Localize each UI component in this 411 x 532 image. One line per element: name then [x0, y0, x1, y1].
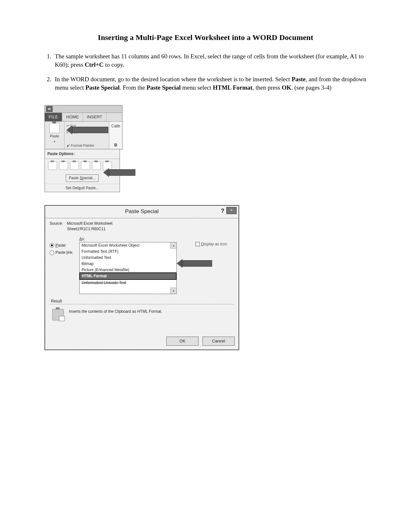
paste-option-icon[interactable] [92, 162, 101, 170]
help-button[interactable]: ? [221, 207, 224, 215]
scroll-up-icon[interactable]: ▴ [170, 242, 176, 249]
list-item[interactable]: Unformatted Text [80, 255, 176, 261]
paste-option-icon[interactable] [59, 162, 68, 170]
word-logo-icon: W [46, 106, 53, 112]
list-item[interactable]: Microsoft Excel Worksheet Object [80, 242, 176, 249]
close-button[interactable]: × [226, 207, 237, 214]
clipboard-result-icon [52, 309, 64, 320]
tab-home[interactable]: HOME [62, 113, 83, 121]
page-title: Inserting a Multi-Page Excel Worksheet i… [42, 32, 369, 43]
list-item-selected[interactable]: HTML Format [79, 272, 177, 280]
cancel-button[interactable]: Cancel [202, 337, 235, 346]
radio-paste[interactable]: Paste: [50, 243, 77, 248]
callout-arrow-icon [103, 169, 135, 176]
paste-options-header: Paste Options: [45, 149, 120, 159]
chevron-down-icon: ▾ [54, 140, 55, 143]
font-name-field[interactable]: Calib [109, 122, 122, 129]
format-painter-button[interactable]: 🖌 Format Painter [66, 143, 94, 148]
tab-insert[interactable]: INSERT [83, 113, 106, 121]
list-item[interactable]: Unformatted Unicode Text [80, 280, 176, 286]
checkbox-icon[interactable] [195, 242, 200, 246]
dialog-title: Paste Special [125, 208, 159, 214]
display-as-icon-label: Display as icon [201, 242, 227, 246]
paste-option-icon[interactable] [70, 162, 79, 170]
paste-button[interactable]: Paste ▾ [45, 122, 64, 149]
tab-file[interactable]: FILE [45, 113, 62, 121]
ok-button[interactable]: OK [166, 337, 199, 346]
ribbon-screenshot: W FILE HOME INSERT Paste ▾ ✂ Cut ⎘ Copy … [44, 105, 135, 192]
callout-arrow-icon [177, 260, 212, 267]
clipboard-icon [49, 123, 60, 133]
paste-special-menuitem[interactable]: Paste Special... [66, 174, 98, 182]
step-2: In the WORD document, go to the desired … [53, 75, 369, 92]
list-item[interactable]: Picture (Enhanced Metafile) [80, 267, 176, 273]
paste-label: Paste [45, 134, 64, 139]
paste-special-dialog: Paste Special ? × Source: Microsoft Exce… [44, 205, 239, 350]
result-label: Result [50, 299, 63, 304]
radio-icon [50, 243, 54, 248]
result-text: Inserts the contents of the Clipboard as… [69, 309, 162, 314]
list-item[interactable]: Formatted Text (RTF) [80, 249, 176, 255]
paste-special-dialog-screenshot: Paste Special ? × Source: Microsoft Exce… [44, 205, 241, 350]
steps-list: The sample worksheet has 11 columns and … [42, 52, 369, 92]
set-default-paste-menuitem[interactable]: Set Default Paste... [45, 184, 120, 192]
font-group: Calib B [109, 122, 122, 149]
source-info: Source: Microsoft Excel Worksheet Sheet1… [50, 221, 234, 232]
scroll-down-icon[interactable]: ▾ [170, 288, 176, 294]
radio-paste-link[interactable]: Paste link: [50, 250, 77, 255]
list-item[interactable]: Bitmap [80, 261, 176, 267]
step-1: The sample worksheet has 11 columns and … [53, 52, 369, 69]
bold-button[interactable]: B [109, 142, 122, 148]
callout-arrow-icon [66, 126, 108, 133]
radio-icon [50, 251, 54, 255]
paste-option-icon[interactable] [48, 162, 57, 170]
paste-option-icon[interactable] [81, 162, 90, 170]
as-listbox[interactable]: ▴ Microsoft Excel Worksheet Object Forma… [79, 242, 177, 294]
quick-access-toolbar: W [45, 105, 122, 113]
